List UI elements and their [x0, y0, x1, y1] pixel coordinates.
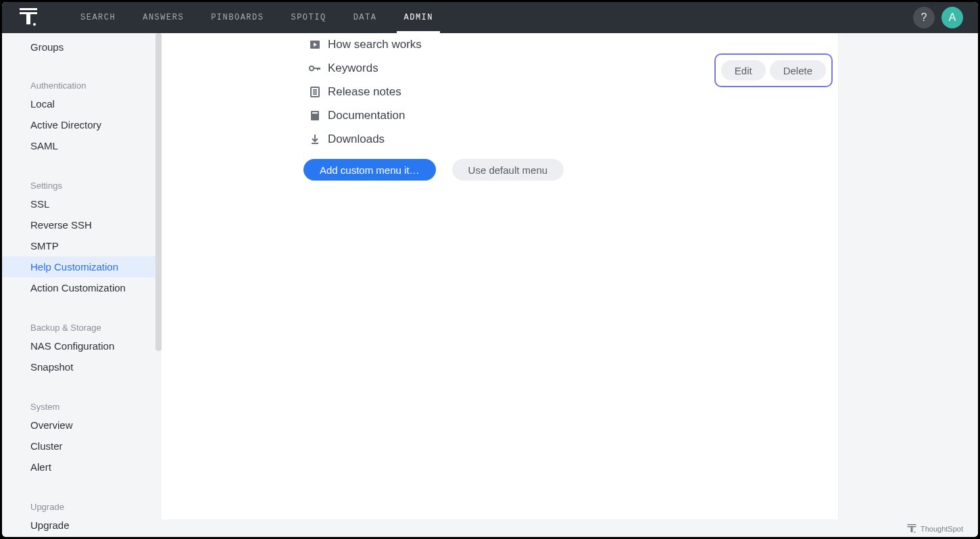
sidebar-item-smtp[interactable]: SMTP	[2, 235, 162, 256]
sidebar-section-upgrade: Upgrade	[2, 492, 162, 515]
menu-action-row: Add custom menu it… Use default menu	[303, 159, 564, 181]
svg-rect-7	[314, 68, 320, 69]
edit-button[interactable]: Edit	[721, 60, 766, 80]
help-menu-item-label: How search works	[328, 38, 422, 51]
nav-item-spotiq[interactable]: SPOTIQ	[277, 2, 339, 33]
sidebar-item-alert[interactable]: Alert	[2, 456, 162, 477]
book-icon	[308, 110, 322, 121]
help-menu-item-downloads[interactable]: Downloads	[308, 128, 422, 151]
help-menu-item-release-notes[interactable]: Release notes	[308, 80, 422, 103]
help-menu-item-label: Downloads	[328, 133, 385, 146]
svg-rect-15	[312, 112, 318, 114]
notes-icon	[308, 87, 322, 97]
svg-rect-0	[20, 8, 37, 10]
nav-item-search[interactable]: SEARCH	[67, 2, 129, 33]
nav-item-answers[interactable]: ANSWERS	[129, 2, 197, 33]
svg-rect-18	[908, 524, 916, 525]
top-nav: SEARCHANSWERSPINBOARDSSPOTIQDATAADMIN ? …	[2, 2, 978, 33]
sidebar-item-saml[interactable]: SAML	[2, 135, 162, 156]
svg-point-6	[310, 66, 314, 70]
sidebar-item-active-directory[interactable]: Active Directory	[2, 114, 162, 135]
sidebar-item-action-customization[interactable]: Action Customization	[2, 277, 162, 298]
footer-brand-text: ThoughtSpot	[921, 525, 963, 533]
add-custom-menu-button[interactable]: Add custom menu it…	[303, 159, 436, 181]
nav-item-data[interactable]: DATA	[340, 2, 391, 33]
sidebar-item-nas-configuration[interactable]: NAS Configuration	[2, 335, 162, 356]
svg-point-3	[33, 23, 36, 26]
sidebar-item-ssl[interactable]: SSL	[2, 193, 162, 214]
main-panel: How search worksKeywordsRelease notesDoc…	[162, 33, 839, 519]
footer-logo-icon	[907, 524, 916, 534]
svg-rect-20	[911, 526, 913, 532]
help-menu-item-how-search-works[interactable]: How search works	[308, 33, 422, 56]
play-icon	[308, 39, 322, 50]
sidebar-item-snapshot[interactable]: Snapshot	[2, 356, 162, 377]
svg-rect-8	[317, 68, 318, 70]
help-menu-item-label: Documentation	[328, 109, 405, 122]
sidebar-item-groups[interactable]: Groups	[2, 33, 162, 57]
help-menu-item-label: Release notes	[328, 85, 401, 99]
nav-item-pinboards[interactable]: PINBOARDS	[197, 2, 277, 33]
sidebar-item-local[interactable]: Local	[2, 93, 162, 114]
edit-delete-callout: Edit Delete	[714, 53, 833, 87]
key-icon	[308, 65, 322, 72]
sidebar-item-reverse-ssh[interactable]: Reverse SSH	[2, 214, 162, 235]
download-icon	[308, 134, 322, 145]
admin-sidebar: GroupsAuthenticationLocalActive Director…	[2, 33, 162, 537]
help-menu-item-keywords[interactable]: Keywords	[308, 57, 422, 80]
sidebar-item-cluster[interactable]: Cluster	[2, 436, 162, 456]
help-menu-item-documentation[interactable]: Documentation	[308, 104, 422, 127]
help-menu-item-label: Keywords	[328, 62, 378, 75]
sidebar-item-overview[interactable]: Overview	[2, 415, 162, 436]
footer-brand: ThoughtSpot	[907, 524, 963, 534]
nav-item-admin[interactable]: ADMIN	[390, 2, 447, 33]
svg-rect-9	[319, 68, 320, 70]
user-avatar[interactable]: A	[941, 7, 963, 28]
use-default-menu-button[interactable]: Use default menu	[452, 159, 564, 181]
sidebar-section-system: System	[2, 392, 162, 415]
sidebar-section-backup-storage: Backup & Storage	[2, 313, 162, 335]
sidebar-scrollbar[interactable]	[155, 33, 162, 351]
sidebar-section-authentication: Authentication	[2, 71, 162, 93]
help-icon: ?	[921, 11, 927, 24]
help-button[interactable]: ?	[913, 7, 935, 28]
brand-logo[interactable]	[10, 8, 47, 27]
delete-button[interactable]: Delete	[770, 60, 826, 80]
main-area: How search worksKeywordsRelease notesDoc…	[162, 33, 978, 537]
avatar-initial: A	[949, 11, 956, 24]
help-menu-list: How search worksKeywordsRelease notesDoc…	[308, 33, 422, 151]
sidebar-item-upgrade[interactable]: Upgrade	[2, 515, 162, 536]
sidebar-section-settings: Settings	[2, 171, 162, 193]
sidebar-item-help-customization[interactable]: Help Customization	[2, 256, 162, 277]
svg-rect-2	[26, 12, 30, 24]
svg-point-21	[914, 532, 916, 533]
